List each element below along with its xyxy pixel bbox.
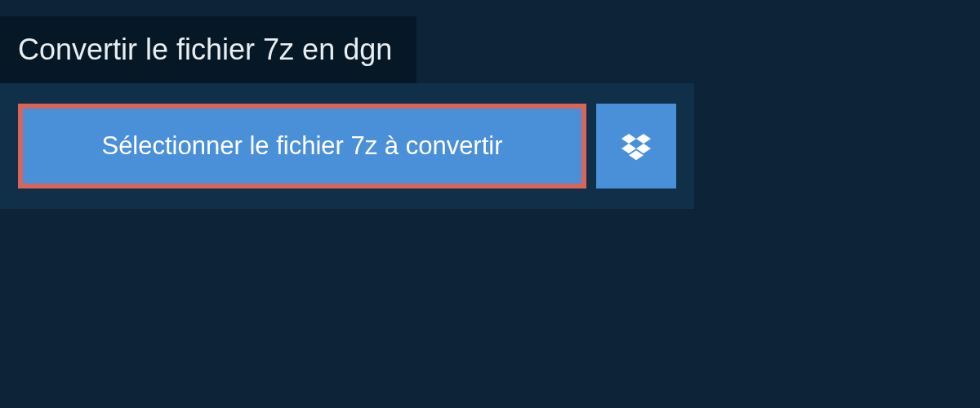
dropbox-icon — [621, 131, 651, 161]
select-file-button-label: Sélectionner le fichier 7z à convertir — [101, 131, 502, 161]
page-title: Convertir le fichier 7z en dgn — [18, 33, 392, 67]
select-file-button[interactable]: Sélectionner le fichier 7z à convertir — [18, 104, 586, 188]
dropbox-button[interactable] — [596, 104, 676, 188]
upload-panel: Sélectionner le fichier 7z à convertir — [0, 83, 694, 209]
page-header-tab: Convertir le fichier 7z en dgn — [0, 16, 416, 83]
